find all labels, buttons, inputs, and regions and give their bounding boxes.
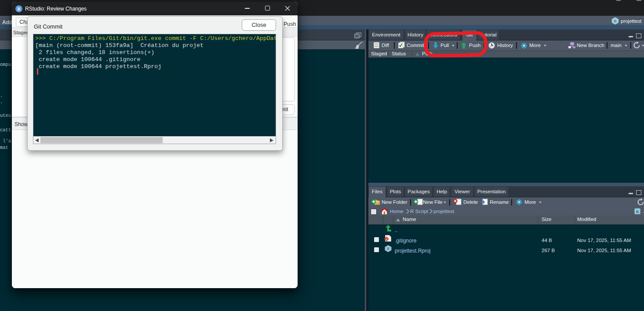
svg-text:R: R [636,210,639,214]
svg-text:R: R [17,7,21,11]
svg-text:R: R [387,246,390,251]
svg-text:R: R [614,19,617,23]
svg-text:git: git [386,239,388,240]
